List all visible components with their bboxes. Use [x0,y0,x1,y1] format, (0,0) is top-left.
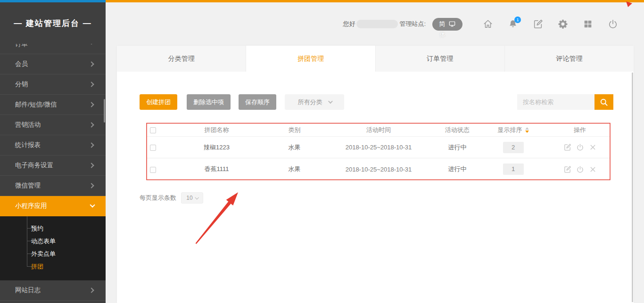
page-size-label: 每页显示条数 [140,194,176,202]
sidebar-item-label: 分销 [15,80,28,89]
language-pill[interactable]: 简 [432,18,462,31]
table-body: 辣椒1223水果2018-10-25~2018-10-31进行中2香蕉1111水… [147,137,610,180]
sidebar-submenu: 预约动态表单外卖点单拼团 [0,216,106,280]
create-group-buy-button[interactable]: 创建拼团 [140,94,177,110]
settings-button[interactable] [558,19,568,29]
logout-button[interactable] [608,19,618,29]
sidebar-scrollbar[interactable] [104,99,105,123]
grid-icon [583,19,593,29]
chevron-right-icon [89,44,94,45]
cell-actions [550,143,610,151]
select-all-checkbox[interactable] [150,127,156,133]
cell-name: 香蕉1111 [164,165,270,173]
cell-status: 进行中 [438,143,477,152]
language-primary-label: 简 [439,20,445,28]
sidebar-item-marketing[interactable]: 营销活动 [0,115,106,135]
disable-row-button[interactable] [576,143,584,151]
notification-badge: 1 [514,16,521,23]
language-switcher[interactable]: 简 体 [432,18,462,31]
edit-row-button[interactable] [563,165,571,173]
cell-sort: 1 [477,164,550,175]
top-strip-blue [0,0,106,2]
disable-row-button[interactable] [576,165,584,173]
sidebar-item-site-logs[interactable]: 网站日志 [0,280,106,301]
notifications-button[interactable]: 1 [508,19,518,29]
column-label: 活动时间 [366,126,391,133]
chevron-right-icon [89,183,94,188]
chevron-right-icon [89,287,94,293]
delete-selected-button[interactable]: 删除选中项 [187,94,231,110]
chevron-right-icon [89,142,94,147]
tab-order-management[interactable]: 订单管理 [376,46,505,72]
close-icon [589,143,597,151]
column-label: 类别 [289,126,301,133]
group-buy-table: 拼团名称类别活动时间活动状态显示排序操作 辣椒1223水果2018-10-25~… [147,123,610,180]
sort-order-input[interactable]: 1 [503,164,524,175]
edit-icon [563,143,571,151]
sidebar: — 建站管理后台 — 订单会员分销邮件/短信/微信营销活动统计报表电子商务设置微… [0,2,106,303]
search-input[interactable] [517,94,594,110]
sidebar-item-mini-program-apps[interactable]: 小程序应用 [0,196,106,216]
column-label: 拼团名称 [205,126,229,133]
sidebar-item-label: 微信管理 [15,181,41,190]
sidebar-item-distribution[interactable]: 分销 [0,74,106,95]
sidebar-subitem-dynamic-forms[interactable]: 动态表单 [0,235,106,247]
column-label: 操作 [574,126,586,133]
username-redacted [356,20,398,28]
sidebar-item-label: 邮件/短信/微信 [15,100,57,109]
edit-site-button[interactable] [533,19,543,29]
save-order-button[interactable]: 保存顺序 [239,94,276,110]
site-label: 管理站点: [399,20,426,28]
app-title: — 建站管理后台 — [0,2,106,44]
sidebar-item-mail-sms-wechat[interactable]: 邮件/短信/微信 [0,95,106,115]
table-row: 香蕉1111水果2018-10-25~2018-10-31进行中1 [147,158,610,180]
delete-row-button[interactable] [589,143,597,151]
delete-row-button[interactable] [589,165,597,173]
chevron-down-icon [328,99,332,104]
row-checkbox[interactable] [150,145,156,151]
chevron-right-icon [89,102,94,107]
sidebar-item-members[interactable]: 会员 [0,54,106,74]
tab-group-buy-management[interactable]: 拼团管理 [246,46,375,72]
close-icon [589,165,597,173]
cell-status: 进行中 [438,165,477,173]
apps-button[interactable] [583,19,593,29]
cell-actions [550,165,610,173]
search-icon [599,98,609,107]
sidebar-item-wechat-management[interactable]: 微信管理 [0,176,106,196]
sidebar-item-orders[interactable]: 订单 [0,44,106,54]
chevron-down-icon [195,196,198,199]
tab-category-management[interactable]: 分类管理 [117,46,246,72]
top-strip [0,0,644,2]
sidebar-subitem-takeout-ordering[interactable]: 外卖点单 [0,247,106,260]
chevron-right-icon [89,163,94,168]
tab-comment-management[interactable]: 评论管理 [505,46,634,72]
chevron-right-icon [89,82,94,87]
home-button[interactable] [483,19,493,29]
edit-icon [563,165,571,173]
sidebar-subitem-booking[interactable]: 预约 [0,222,106,235]
edit-icon [533,19,543,29]
sidebar-item-statistics[interactable]: 统计报表 [0,135,106,156]
select-all-cell [147,126,164,133]
page-size-select[interactable]: 10 [181,192,203,204]
search-button[interactable] [594,94,613,110]
cell-checkbox [147,144,164,151]
sidebar-item-ecommerce-settings[interactable]: 电子商务设置 [0,156,106,176]
column-label: 显示排序 [498,126,522,133]
sidebar-subitem-group-buying[interactable]: 拼团 [0,260,106,273]
language-secondary-label: 体 [439,31,446,39]
sort-icon[interactable] [525,127,529,133]
main-area: 您好 管理站点: 简 体 1 分类管理拼团管理订单 [106,2,644,303]
column-header-status: 活动状态 [438,126,477,134]
table-row: 辣椒1223水果2018-10-25~2018-10-31进行中2 [147,137,610,158]
content-scrollbar[interactable] [632,73,633,302]
column-header-name: 拼团名称 [164,126,270,134]
sidebar-item-label: 统计报表 [15,141,41,149]
category-filter-dropdown[interactable]: 所有分类 [285,94,344,110]
power-icon [608,19,618,29]
row-checkbox[interactable] [150,167,156,173]
sort-order-input[interactable]: 2 [503,142,524,153]
table-header-row: 拼团名称类别活动时间活动状态显示排序操作 [147,123,610,137]
edit-row-button[interactable] [563,143,571,151]
